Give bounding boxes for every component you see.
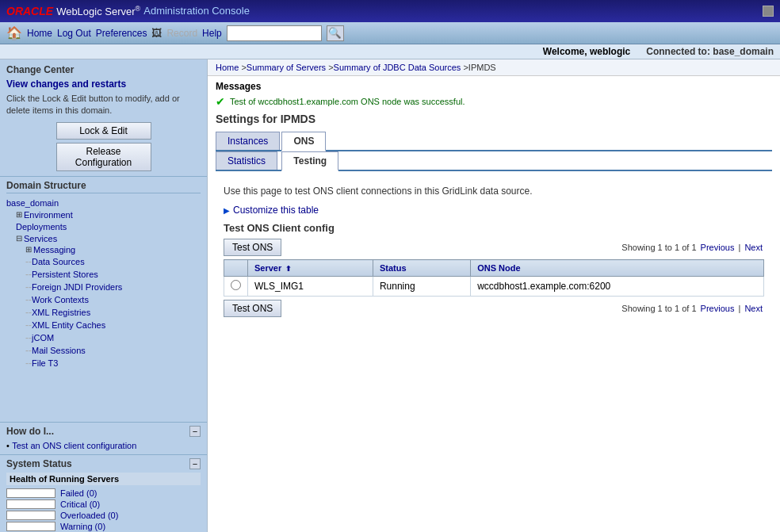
sub-tab-statistics[interactable]: Statistics	[216, 151, 277, 170]
ons-config-table: Server ⬆ Status ONS Node	[224, 259, 764, 297]
table-cell-server: WLS_IMG1	[248, 277, 373, 297]
sidebar-item-file-t3[interactable]: --File T3	[6, 357, 201, 369]
health-row-warning: Warning (0)	[6, 522, 201, 531]
messages-section: Messages ✔ Test of wccdbhost1.example.co…	[208, 76, 780, 113]
overloaded-link[interactable]: Overloaded (0)	[60, 511, 118, 520]
expand-icon: ⊞	[16, 210, 22, 219]
table-toolbar-top: Test ONS Showing 1 to 1 of 1 Previous | …	[224, 239, 764, 256]
health-bar-failed	[6, 488, 55, 498]
sidebar-item-services[interactable]: ⊟ Services	[6, 233, 201, 244]
domain-structure: Domain Structure base_domain ⊞ Environme…	[0, 177, 207, 423]
table-pagination-top: Showing 1 to 1 of 1 Previous | Next	[621, 243, 764, 252]
home-link[interactable]: Home	[27, 28, 52, 39]
breadcrumb-summary-jdbc[interactable]: Summary of JDBC Data Sources	[334, 63, 461, 72]
customize-table-link[interactable]: Customize this table	[233, 205, 319, 216]
mail-sessions-link[interactable]: Mail Sessions	[32, 346, 86, 355]
table-title: Test ONS Client config	[224, 222, 764, 234]
how-do-i-header: How do I... −	[6, 426, 201, 437]
test-ons-button-bottom[interactable]: Test ONS	[224, 300, 281, 317]
next-link-top[interactable]: Next	[744, 243, 763, 252]
page-description: Use this page to test ONS client connect…	[224, 186, 764, 197]
success-message: ✔ Test of wccdbhost1.example.com ONS nod…	[216, 95, 772, 108]
messages-title: Messages	[216, 81, 772, 92]
services-link[interactable]: Services	[24, 234, 57, 243]
next-link-bottom[interactable]: Next	[744, 304, 763, 313]
work-contexts-link[interactable]: Work Contexts	[32, 295, 89, 304]
xml-entity-caches-link[interactable]: XML Entity Caches	[32, 320, 105, 330]
weblogic-text: WebLogic Server®	[56, 5, 140, 17]
sub-tab-testing[interactable]: Testing	[281, 151, 338, 171]
jcom-link[interactable]: jCOM	[32, 333, 54, 343]
table-cell-radio[interactable]	[224, 277, 248, 297]
sub-tabs-container: Statistics Testing	[216, 151, 772, 171]
data-sources-link[interactable]: Data Sources	[32, 257, 85, 266]
table-header-ons-node[interactable]: ONS Node	[471, 260, 764, 277]
test-ons-config-link[interactable]: Test an ONS client configuration	[12, 441, 136, 450]
how-do-i-collapse-button[interactable]: −	[189, 426, 201, 437]
view-changes-link[interactable]: View changes and restarts	[6, 78, 201, 90]
breadcrumb-home[interactable]: Home	[216, 63, 239, 72]
toolbar: 🏠 Home Log Out Preferences 🖼 Record Help…	[0, 22, 780, 44]
messaging-link[interactable]: Messaging	[33, 245, 75, 255]
tab-ons[interactable]: ONS	[281, 132, 326, 151]
release-config-button[interactable]: Release Configuration	[56, 143, 151, 171]
sidebar-item-messaging[interactable]: ⊞ Messaging	[6, 244, 201, 255]
preferences-link[interactable]: Preferences	[96, 28, 147, 39]
health-bar-critical	[6, 499, 55, 509]
expand-icon: ⊟	[16, 234, 22, 243]
main-layout: Change Center View changes and restarts …	[0, 59, 780, 532]
sidebar-item-work-contexts[interactable]: --Work Contexts	[6, 293, 201, 306]
sidebar-item-deployments[interactable]: Deployments	[6, 220, 201, 233]
settings-title: Settings for IPMDS	[216, 113, 772, 125]
prev-link-bottom[interactable]: Previous	[701, 304, 735, 313]
breadcrumb-summary-servers[interactable]: Summary of Servers	[247, 63, 326, 72]
tab-instances[interactable]: Instances	[216, 132, 280, 150]
test-ons-button[interactable]: Test ONS	[224, 239, 281, 256]
tabs-container: Instances ONS	[216, 132, 772, 151]
minimize-icon[interactable]	[763, 6, 774, 17]
table-cell-status: Running	[373, 277, 470, 297]
sidebar-item-xml-registries[interactable]: --XML Registries	[6, 306, 201, 319]
oracle-logo-text: ORACLE	[6, 5, 53, 17]
how-do-i-section: How do I... − • Test an ONS client confi…	[0, 423, 207, 455]
expand-icon: ⊞	[25, 245, 32, 254]
search-button[interactable]: 🔍	[327, 25, 344, 41]
success-icon: ✔	[216, 95, 225, 108]
sidebar-item-xml-entity-caches[interactable]: --XML Entity Caches	[6, 319, 201, 331]
tree-root-link[interactable]: base_domain	[6, 198, 59, 208]
table-header-server[interactable]: Server ⬆	[248, 260, 373, 277]
foreign-jndi-link[interactable]: Foreign JNDI Providers	[32, 282, 122, 292]
critical-link[interactable]: Critical (0)	[60, 499, 100, 509]
breadcrumb-current: IPMDS	[468, 63, 496, 72]
breadcrumb: Home >Summary of Servers >Summary of JDB…	[208, 59, 780, 76]
file-t3-link[interactable]: File T3	[32, 358, 58, 368]
table-header-status[interactable]: Status	[373, 260, 470, 277]
environment-link[interactable]: Environment	[24, 210, 73, 220]
help-link[interactable]: Help	[202, 28, 222, 39]
sidebar-item-persistent-stores[interactable]: --Persistent Stores	[6, 268, 201, 281]
xml-registries-link[interactable]: XML Registries	[32, 308, 90, 317]
change-center: Change Center View changes and restarts …	[0, 59, 207, 177]
sidebar-item-foreign-jndi[interactable]: --Foreign JNDI Providers	[6, 281, 201, 293]
sidebar-item-jcom[interactable]: --jCOM	[6, 331, 201, 344]
home-icon[interactable]: 🏠	[6, 25, 22, 40]
failed-link[interactable]: Failed (0)	[60, 488, 97, 498]
lock-edit-button[interactable]: Lock & Edit	[56, 122, 151, 140]
server-radio[interactable]	[231, 280, 241, 290]
persistent-stores-link[interactable]: Persistent Stores	[32, 270, 98, 279]
health-bar-warning	[6, 522, 55, 531]
sidebar-item-environment[interactable]: ⊞ Environment	[6, 209, 201, 220]
warning-link[interactable]: Warning (0)	[60, 522, 105, 531]
search-input[interactable]	[227, 25, 322, 41]
deployments-link[interactable]: Deployments	[16, 222, 67, 232]
tab-row: Instances ONS	[216, 132, 772, 150]
sidebar: Change Center View changes and restarts …	[0, 59, 208, 532]
system-status-collapse-button[interactable]: −	[189, 458, 201, 469]
sidebar-item-data-sources[interactable]: --Data Sources	[6, 255, 201, 268]
tree-root[interactable]: base_domain	[6, 197, 201, 209]
sidebar-item-mail-sessions[interactable]: --Mail Sessions	[6, 344, 201, 357]
logout-link[interactable]: Log Out	[57, 28, 91, 39]
change-center-desc: Click the Lock & Edit button to modify, …	[6, 93, 201, 117]
prev-link-top[interactable]: Previous	[701, 243, 735, 252]
connected-text: Connected to: base_domain	[646, 46, 774, 57]
